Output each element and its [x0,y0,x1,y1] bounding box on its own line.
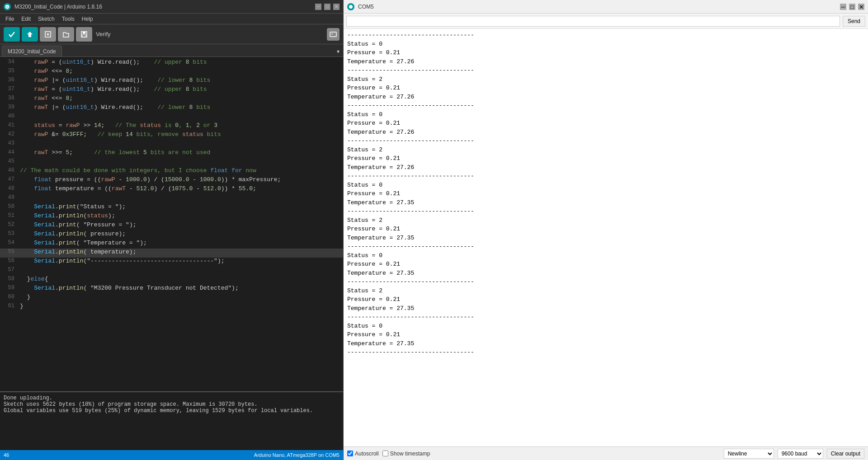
right-window-controls: ─ □ ✕ [840,4,864,10]
line-content: Serial.println( temperature); [18,249,343,258]
save-button[interactable] [76,27,92,42]
open-button[interactable] [58,27,74,42]
upload-button[interactable] [22,27,38,42]
menu-help[interactable]: Help [78,15,97,23]
verify-compile-button[interactable] [4,27,20,42]
code-line: 41 status = rawP >> 14; // The status is… [0,122,343,131]
code-line: 52 Serial.print( "Pressure = "); [0,221,343,230]
tab-dropdown-button[interactable]: ▾ [335,47,341,56]
svg-rect-7 [83,32,85,34]
line-number: 48 [0,185,18,194]
autoscroll-text: Autoscroll [355,451,379,457]
line-content: rawT >>= 5; // the lowest 5 bits are not… [18,149,343,158]
tab-main[interactable]: M3200_Initial_Code [2,46,62,56]
line-content [18,158,343,167]
right-maximize-button[interactable]: □ [849,4,855,10]
send-button[interactable]: Send [843,16,865,27]
line-content: float temperature = ((rawT - 512.0) / (1… [18,185,343,194]
menu-edit[interactable]: Edit [18,15,34,23]
code-line: 44 rawT >>= 5; // the lowest 5 bits are … [0,149,343,158]
line-content [18,194,343,203]
line-content: rawP <<= 8; [18,68,343,77]
baud-select[interactable]: 300 baud1200 baud2400 baud4800 baud9600 … [778,449,823,459]
serial-line: Pressure = 0.21 [347,84,864,93]
serial-output: ------------------------------------Stat… [344,29,868,446]
line-content: } [18,294,343,303]
line-number: 55 [0,249,18,258]
clear-output-button[interactable]: Clear output [827,449,864,459]
code-line: 61} [0,303,343,312]
line-content: Serial.println( "M3200 Pressure Transduc… [18,285,343,294]
svg-text:∞: ∞ [6,5,9,9]
serial-line: Status = 0 [347,322,864,331]
line-number: 61 [0,303,18,312]
serial-monitor-button[interactable] [327,28,340,41]
left-window-controls: ─ □ ✕ [315,4,340,10]
right-title-text: COM5 [358,4,836,10]
arduino-icon: ∞ [4,3,11,10]
code-line: 59 Serial.println( "M3200 Pressure Trans… [0,285,343,294]
newline-select[interactable]: No line endingNewlineCarriage returnBoth… [724,449,774,459]
serial-line: Pressure = 0.21 [347,260,864,269]
code-line: 47 float pressure = ((rawP - 1000.0) / (… [0,176,343,185]
code-line: 36 rawP |= (uint16_t) Wire.read(); // lo… [0,77,343,86]
line-content: Serial.println(status); [18,212,343,221]
line-number: 52 [0,221,18,230]
console-output: Done uploading. Sketch uses 5622 bytes (… [0,391,343,450]
menu-tools[interactable]: Tools [58,15,78,23]
line-content: Serial.print( "Pressure = "); [18,221,343,230]
line-number: 42 [0,131,18,140]
code-line: 57 [0,267,343,276]
line-content: float pressure = ((rawP - 1000.0) / (150… [18,176,343,185]
right-close-button[interactable]: ✕ [858,4,864,10]
line-number: 41 [0,122,18,131]
code-line: 50 Serial.print("Status = "); [0,203,343,212]
line-number: 53 [0,230,18,239]
toolbar: Verify [0,24,343,44]
main-container: ∞ M3200_Initial_Code | Arduino 1.8.16 ─ … [0,0,868,460]
line-number: 47 [0,176,18,185]
code-line: 38 rawT <<= 8; [0,95,343,104]
serial-line: ------------------------------------ [347,66,864,75]
line-number: 57 [0,267,18,276]
menu-sketch[interactable]: Sketch [34,15,58,23]
code-line: 39 rawT |= (uint16_t) Wire.read(); // lo… [0,104,343,113]
line-number: 39 [0,104,18,113]
code-line: 37 rawT = (uint16_t) Wire.read(); // upp… [0,86,343,95]
autoscroll-checkbox[interactable] [347,451,353,456]
line-content [18,113,343,122]
line-content: Serial.println( pressure); [18,230,343,239]
board-info: Arduino Nano, ATmega328P on COM5 [254,452,340,458]
status-bar: 46 Arduino Nano, ATmega328P on COM5 [0,450,343,460]
serial-line: Pressure = 0.21 [347,48,864,57]
right-minimize-button[interactable]: ─ [840,4,846,10]
timestamp-checkbox[interactable] [382,451,388,456]
serial-line: ------------------------------------ [347,348,864,357]
serial-line: Temperature = 27.35 [347,269,864,278]
left-panel: ∞ M3200_Initial_Code | Arduino 1.8.16 ─ … [0,0,344,460]
serial-line: Status = 2 [347,75,864,84]
send-bar: Send [344,14,868,29]
code-line: 42 rawP &= 0x3FFF; // keep 14 bits, remo… [0,131,343,140]
serial-line: Status = 0 [347,181,864,190]
line-content: status = rawP >> 14; // The status is 0,… [18,122,343,131]
maximize-button[interactable]: □ [324,4,330,10]
timestamp-text: Show timestamp [390,451,430,457]
line-number: 60 [0,294,18,303]
new-button[interactable] [40,27,56,42]
svg-marker-2 [27,32,33,37]
serial-footer: Autoscroll Show timestamp No line ending… [344,446,868,460]
code-line: 55 Serial.println( temperature); [0,249,343,258]
serial-line: Pressure = 0.21 [347,154,864,163]
code-line: 35 rawP <<= 8; [0,68,343,77]
minimize-button[interactable]: ─ [315,4,321,10]
code-line: 60 } [0,294,343,303]
line-content [18,267,343,276]
code-line: 51 Serial.println(status); [0,212,343,221]
line-number: 37 [0,86,18,95]
close-button[interactable]: ✕ [333,4,340,10]
console-line-3: Global variables use 519 bytes (25%) of … [4,408,340,414]
menu-file[interactable]: File [2,15,18,23]
send-input[interactable] [346,16,840,27]
code-editor[interactable]: 34 rawP = (uint16_t) Wire.read(); // upp… [0,57,343,391]
